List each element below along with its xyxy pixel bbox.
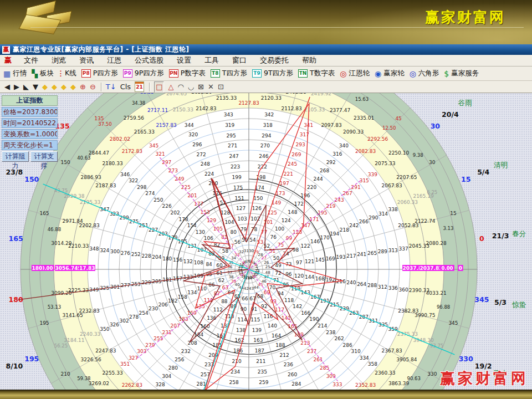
svg-text:294: 294 [262, 133, 271, 139]
svg-text:295: 295 [227, 133, 236, 139]
toolbar-button-9P四方形[interactable]: P99P四方形 [123, 69, 164, 78]
zoom-in-icon[interactable]: ⊕ [80, 82, 86, 92]
grid-icon: ▦ [3, 70, 11, 78]
toolbar-label: 六角形 [418, 69, 439, 78]
toolbar-button-江恩轮[interactable]: ◎江恩轮 [340, 69, 370, 78]
toolbar-button-9T四方形[interactable]: T99T四方形 [252, 69, 293, 78]
cursor-down-icon[interactable]: ▼ [33, 82, 38, 92]
toolbar-button-行情[interactable]: ▦行情 [3, 69, 27, 78]
menu-item-4[interactable]: 公式选股 [128, 55, 170, 65]
svg-text:339: 339 [368, 172, 377, 177]
svg-text:2157.83: 2157.83 [156, 122, 176, 128]
title-bar[interactable]: 赢 赢家江恩专业版[赢家内部服务平台] - [上证指数 江恩轮] [0, 44, 532, 55]
arc-cw-icon[interactable]: ◠ [177, 82, 183, 92]
arc-ccw-icon[interactable]: ◡ [188, 82, 194, 92]
drawing-toolbar: ◀▶◣▼◆◆◆◆⊕⊖T↓Cls21□△◠◡⊠✕⊡ [0, 81, 532, 93]
svg-text:338: 338 [388, 207, 397, 212]
svg-text:150: 150 [24, 175, 39, 183]
svg-text:103: 103 [237, 216, 247, 222]
svg-text:226: 226 [162, 203, 171, 209]
menu-item-9[interactable]: 帮助 [295, 55, 323, 65]
arrow-left-icon[interactable]: ◀ [4, 82, 10, 92]
pan-left-icon[interactable]: ◆ [42, 82, 48, 92]
svg-text:3990.75: 3990.75 [415, 313, 435, 318]
svg-text:2717.11: 2717.11 [147, 108, 168, 113]
svg-text:120: 120 [294, 273, 304, 279]
toolbar-button-板块[interactable]: ▚板块 [32, 69, 54, 78]
svg-text:30: 30 [429, 160, 436, 165]
menu-item-1[interactable]: 浏览 [45, 55, 73, 65]
menu-item-7[interactable]: 窗口 [226, 55, 253, 65]
toolbar-button-六角形[interactable]: ◎六角形 [410, 69, 439, 78]
svg-text:43.75: 43.75 [54, 188, 68, 193]
menu-item-0[interactable]: 文件 [17, 55, 45, 65]
svg-text:56: 56 [234, 239, 241, 245]
svg-text:280: 280 [168, 365, 178, 371]
toolbar-button-P数字表[interactable]: PNP数字表 [169, 69, 206, 78]
svg-text:264: 264 [357, 282, 366, 287]
box-x-icon[interactable]: ⊠ [198, 82, 204, 92]
main-toolbar: ▦行情▚板块᎒K线P8P四方形P99P四方形PNP数字表T8T四方形T99T四方… [0, 66, 532, 81]
svg-text:256: 256 [175, 357, 184, 362]
toolbar-button-P四方形[interactable]: P8P四方形 [81, 69, 118, 78]
svg-text:173: 173 [275, 191, 285, 196]
screen-icon[interactable]: ⊡ [218, 82, 224, 92]
menu-item-6[interactable]: 工具 [198, 55, 226, 65]
svg-text:70: 70 [269, 285, 276, 290]
toolbar-label: T数字表 [310, 69, 335, 78]
svg-text:50: 50 [273, 255, 280, 261]
coef-row: 变换系数=1.00000 [2, 129, 58, 139]
svg-text:惊蛰: 惊蛰 [511, 300, 526, 309]
arrow-right-icon[interactable]: ▶ [14, 82, 19, 92]
svg-text:76: 76 [270, 234, 277, 240]
pan-up-icon[interactable]: ◆ [61, 82, 66, 92]
svg-text:267: 267 [343, 191, 352, 196]
calc-support-button[interactable]: 计算支撑 [30, 151, 58, 162]
zoom-out-icon[interactable]: ⊖ [90, 82, 96, 92]
svg-text:46.88: 46.88 [48, 227, 61, 232]
menu-item-2[interactable]: 资讯 [73, 55, 100, 65]
svg-text:3141.65: 3141.65 [63, 313, 83, 318]
menu-item-8[interactable]: 交易委托 [253, 55, 295, 65]
svg-text:121: 121 [305, 259, 314, 264]
svg-text:224: 224 [204, 171, 214, 177]
toolbar-button-K线[interactable]: ᎒K线 [59, 69, 76, 78]
calendar-icon[interactable]: 21 [135, 81, 144, 92]
pan-right-icon[interactable]: ◆ [52, 82, 57, 92]
sort-icon[interactable]: T↓ [106, 82, 116, 92]
svg-text:258: 258 [229, 380, 239, 385]
svg-text:343: 343 [224, 112, 233, 117]
gann-wheel-svg[interactable]: 1234567891011121314151617181920212223242… [0, 93, 532, 390]
toolbar-button-赢家轮[interactable]: ◉赢家轮 [375, 69, 405, 78]
svg-text:333: 333 [332, 382, 342, 387]
svg-text:62: 62 [218, 278, 224, 283]
svg-text:321: 321 [156, 151, 165, 157]
toolbar-button-T数字表[interactable]: TNT数字表 [298, 69, 335, 78]
gann-wheel-chart[interactable]: 1234567891011121314151617181920212223242… [0, 93, 532, 390]
menu-item-3[interactable]: 江恩 [100, 55, 128, 65]
triangle-tool-icon[interactable]: △ [168, 82, 173, 92]
svg-text:2247.83: 2247.83 [95, 348, 116, 354]
svg-text:2419.92: 2419.92 [311, 93, 331, 96]
svg-text:32: 32 [239, 250, 244, 254]
rect-tool-icon[interactable]: □ [154, 81, 164, 93]
svg-text:46: 46 [262, 279, 267, 284]
cursor-up-icon[interactable]: ◣ [23, 82, 29, 92]
svg-text:2971.84: 2971.84 [63, 218, 83, 224]
svg-text:8/10: 8/10 [6, 362, 23, 370]
cls-button[interactable]: Cls [120, 82, 131, 92]
svg-text:194: 194 [330, 231, 339, 237]
toolbar-button-赢家服务[interactable]: $赢家服务 [444, 69, 479, 78]
toolbar-label: 9T四方形 [264, 69, 293, 78]
site-name: 赢家财富网 [425, 8, 505, 27]
toolbar-button-T四方形[interactable]: T8T四方形 [211, 69, 247, 78]
pan-down-icon[interactable]: ◆ [70, 82, 76, 92]
svg-text:2367.83: 2367.83 [381, 348, 402, 354]
cross-icon[interactable]: ✕ [208, 82, 214, 92]
calc-resistance-button[interactable]: 计算阻力 [2, 151, 29, 162]
svg-text:318: 318 [263, 122, 273, 128]
menu-item-5[interactable]: 设置 [170, 55, 198, 65]
svg-text:292: 292 [326, 160, 336, 165]
svg-text:312: 312 [378, 284, 387, 290]
svg-text:206: 206 [158, 302, 168, 308]
